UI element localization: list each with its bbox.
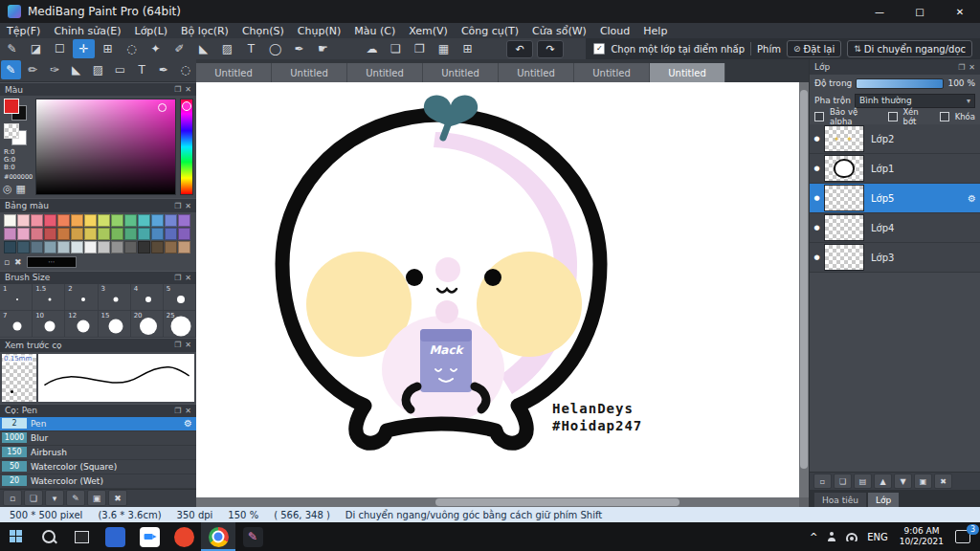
- alpha-lock-checkbox[interactable]: [814, 112, 824, 121]
- document-tab-active[interactable]: Untitled: [650, 63, 725, 82]
- brush-size-cell[interactable]: 25: [164, 311, 196, 338]
- blend-mode-select[interactable]: Bình thường ▾: [855, 94, 975, 108]
- layer-folder-icon[interactable]: ▣: [914, 474, 932, 489]
- palette-swatch[interactable]: [165, 228, 177, 240]
- cloud-icon[interactable]: ☁: [361, 39, 383, 58]
- taskbar-search-button[interactable]: [33, 522, 65, 551]
- layer-visibility-icon[interactable]: ●: [810, 194, 824, 202]
- palette-swatch[interactable]: [31, 228, 43, 240]
- taskbar-clock[interactable]: 9:06 AM 10/2/2021: [893, 526, 950, 547]
- menu-lop[interactable]: Lớp(L): [128, 25, 175, 37]
- taskbar-app-zoom[interactable]: [132, 522, 167, 551]
- palette-swatch[interactable]: [17, 241, 30, 253]
- layer-up-icon[interactable]: ▲: [874, 474, 892, 489]
- menu-tep[interactable]: Tệp(F): [0, 25, 47, 37]
- palette-swatch[interactable]: [31, 214, 43, 227]
- popout-icon[interactable]: ❐: [174, 341, 181, 349]
- close-icon[interactable]: ✕: [969, 63, 975, 72]
- taskbar-app-chrome[interactable]: [201, 522, 235, 551]
- comment-icon[interactable]: ❏: [385, 39, 407, 58]
- grid-icon[interactable]: ▦: [433, 39, 455, 58]
- document-tab[interactable]: Untitled: [574, 63, 650, 82]
- palette-swatch[interactable]: [151, 214, 164, 227]
- close-icon[interactable]: ✕: [185, 202, 191, 210]
- layer-visibility-icon[interactable]: ●: [810, 224, 824, 231]
- brush-settings-icon[interactable]: ⚙: [184, 418, 192, 429]
- palette-swatch[interactable]: [151, 241, 164, 253]
- delete-layer-icon[interactable]: ✖: [934, 474, 952, 489]
- menu-cua-so[interactable]: Cửa sổ(W): [525, 25, 593, 37]
- menu-help[interactable]: Help: [636, 25, 674, 37]
- shape-tool-icon[interactable]: ▭: [110, 60, 130, 79]
- redo-button[interactable]: ↷: [537, 40, 564, 58]
- palette-swatch[interactable]: [98, 241, 110, 253]
- popout-icon[interactable]: ❐: [174, 85, 181, 94]
- palette-swatch[interactable]: [31, 241, 43, 253]
- palette-swatch[interactable]: [98, 228, 110, 240]
- document-tab[interactable]: Untitled: [499, 63, 574, 82]
- brush-size-cell[interactable]: 3: [99, 284, 131, 311]
- brush-menu-icon[interactable]: ▾: [45, 490, 64, 506]
- brush-size-cell[interactable]: 15: [99, 311, 131, 338]
- select-pen-tool-icon[interactable]: ✐: [168, 39, 190, 58]
- palette-swatch[interactable]: [98, 214, 110, 227]
- palette-swatch[interactable]: [138, 214, 150, 227]
- brush-size-cell[interactable]: 1.5: [33, 284, 65, 311]
- select-tool-icon[interactable]: ◌: [175, 60, 195, 79]
- brush-size-cell[interactable]: 7: [0, 311, 33, 338]
- palette-swatch[interactable]: [111, 214, 123, 227]
- close-button[interactable]: ✕: [940, 0, 980, 23]
- task-view-button[interactable]: [65, 522, 98, 551]
- brush-item-blur[interactable]: 1000 Blur: [0, 431, 196, 446]
- brush-size-cell[interactable]: 12: [65, 311, 98, 338]
- menu-chon[interactable]: Chọn(S): [235, 25, 291, 37]
- palette-swatch[interactable]: [178, 214, 190, 227]
- canvas[interactable]: Mack HelanDeys #Hoidap247: [196, 82, 799, 497]
- undo-button[interactable]: ↶: [506, 40, 533, 58]
- pen-brush-icon[interactable]: ✎: [1, 60, 21, 79]
- maximize-button[interactable]: □: [900, 0, 940, 23]
- eraser-tool-icon[interactable]: ◪: [25, 39, 47, 58]
- menu-mau[interactable]: Màu (C): [347, 25, 402, 37]
- popout-icon[interactable]: ❐: [174, 202, 181, 210]
- layer-row-lop2[interactable]: ● ✦ ✦ Lớp2: [810, 124, 980, 154]
- language-indicator[interactable]: ENG: [862, 522, 893, 551]
- color-wheel-icon[interactable]: ◎: [3, 183, 12, 195]
- layer-row-lop3[interactable]: ● Lớp3: [810, 243, 980, 273]
- move-mode-button[interactable]: ⇅ Di chuyển ngang/dọc: [847, 40, 972, 57]
- edit-brush-icon[interactable]: ✎: [66, 490, 85, 506]
- document-tab[interactable]: Untitled: [272, 63, 347, 82]
- horizontal-scrollbar-thumb[interactable]: [435, 498, 679, 506]
- palette-swatch[interactable]: [57, 228, 70, 240]
- opacity-slider[interactable]: [856, 78, 944, 89]
- action-center-button[interactable]: 3: [950, 522, 980, 551]
- minimize-button[interactable]: —: [859, 0, 900, 23]
- palette-swatch[interactable]: [178, 228, 190, 240]
- palette-swatch[interactable]: [151, 228, 164, 240]
- clipping-checkbox[interactable]: [888, 112, 898, 121]
- add-swatch-icon[interactable]: ▫: [4, 257, 10, 267]
- gradient-tool-icon[interactable]: ▨: [216, 39, 238, 58]
- brush-size-cell[interactable]: 20: [131, 311, 164, 338]
- taskbar-app-firefox[interactable]: [167, 522, 201, 551]
- reset-button[interactable]: ⊘ Đặt lại: [787, 40, 841, 57]
- palette-swatch[interactable]: [17, 214, 30, 227]
- bucket-tool-icon[interactable]: ◣: [66, 60, 86, 79]
- palette-swatch[interactable]: [71, 214, 83, 227]
- ellipse-tool-icon[interactable]: ◯: [264, 39, 286, 58]
- palette-swatch[interactable]: [4, 228, 16, 240]
- layer-visibility-icon[interactable]: ●: [810, 135, 824, 143]
- menu-bo-loc[interactable]: Bộ lọc(R): [174, 25, 235, 37]
- delete-brush-icon[interactable]: ✖: [108, 490, 127, 506]
- palette-swatch[interactable]: [178, 241, 190, 253]
- menu-cong-cu[interactable]: Công cụ(T): [455, 25, 525, 37]
- layer-down-icon[interactable]: ▼: [894, 474, 912, 489]
- layer-settings-icon[interactable]: ⚙: [968, 193, 976, 204]
- start-button[interactable]: [0, 522, 33, 551]
- tray-network-button[interactable]: [841, 522, 862, 551]
- palette-swatch[interactable]: [44, 241, 56, 253]
- current-swatch[interactable]: ⋯: [27, 256, 77, 268]
- palette-swatch[interactable]: [57, 214, 70, 227]
- palette-swatch[interactable]: [124, 214, 137, 227]
- palette-swatch[interactable]: [4, 241, 16, 253]
